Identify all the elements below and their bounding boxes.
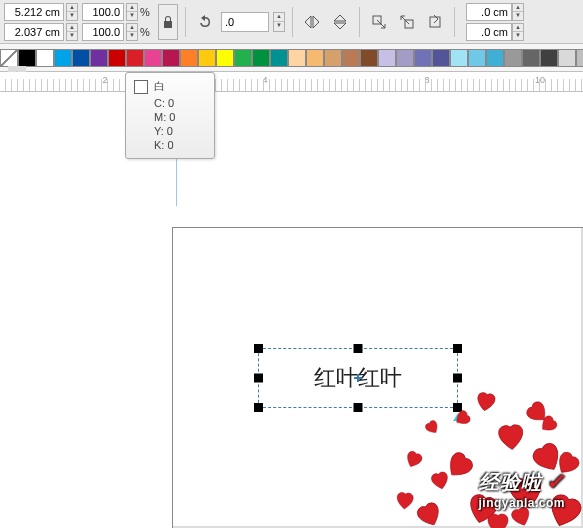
color-swatch[interactable]	[306, 49, 324, 67]
outline-y-spinner[interactable]: ▲▼	[512, 23, 524, 41]
wrap-front-button[interactable]	[367, 10, 391, 34]
outline-y-input[interactable]	[466, 23, 512, 41]
resize-handle-t[interactable]	[354, 344, 363, 353]
color-swatch[interactable]	[54, 49, 72, 67]
scale-x-input[interactable]	[82, 3, 124, 21]
mirror-vertical-button[interactable]	[328, 10, 352, 34]
resize-handle-tl[interactable]	[254, 344, 263, 353]
object-width-input[interactable]	[4, 3, 64, 21]
color-swatch[interactable]	[558, 49, 576, 67]
color-palette	[0, 44, 583, 72]
outline-x-input[interactable]	[466, 3, 512, 21]
center-marker[interactable]	[354, 374, 362, 382]
color-swatch[interactable]	[396, 49, 414, 67]
scale-y-input[interactable]	[82, 23, 124, 41]
color-swatch[interactable]	[234, 49, 252, 67]
color-swatch[interactable]	[36, 49, 54, 67]
color-swatch[interactable]	[486, 49, 504, 67]
rotate-icon	[197, 14, 213, 30]
ruler-tick: 10	[535, 75, 545, 85]
extract-button[interactable]	[423, 10, 447, 34]
lock-icon	[162, 15, 174, 29]
outline-x-spinner[interactable]: ▲▼	[512, 3, 524, 21]
height-spinner[interactable]: ▲▼	[66, 23, 78, 41]
color-swatch[interactable]	[468, 49, 486, 67]
wrap-back-button[interactable]	[395, 10, 419, 34]
color-swatch[interactable]	[180, 49, 198, 67]
ruler-tick: 8	[424, 75, 429, 85]
rotation-input[interactable]	[221, 12, 269, 32]
width-spinner[interactable]: ▲▼	[66, 3, 78, 21]
extract-icon	[427, 14, 443, 30]
color-swatch[interactable]	[162, 49, 180, 67]
cmyk-y: Y: 0	[154, 124, 206, 138]
canvas[interactable]: 红叶红叶 经验啦✓ jingyanla.com	[0, 92, 583, 528]
resize-handle-bl[interactable]	[254, 403, 263, 412]
color-swatch[interactable]	[450, 49, 468, 67]
color-swatch[interactable]	[432, 49, 450, 67]
percent-label: %	[140, 6, 152, 18]
color-swatch[interactable]	[90, 49, 108, 67]
wrap-icon	[399, 14, 415, 30]
mirror-h-icon	[304, 14, 320, 30]
rotation-spinner[interactable]: ▲▼	[273, 12, 285, 32]
color-swatch[interactable]	[0, 49, 18, 67]
scale-y-spinner[interactable]: ▲▼	[126, 23, 138, 41]
cmyk-c: C: 0	[154, 96, 206, 110]
color-swatch[interactable]	[324, 49, 342, 67]
lock-ratio-button[interactable]	[158, 4, 178, 40]
percent-label: %	[140, 26, 152, 38]
color-swatch[interactable]	[414, 49, 432, 67]
color-swatch[interactable]	[18, 49, 36, 67]
resize-handle-l[interactable]	[254, 374, 263, 383]
ruler-tick: 2	[102, 75, 107, 85]
color-swatch[interactable]	[252, 49, 270, 67]
object-height-input[interactable]	[4, 23, 64, 41]
color-swatch[interactable]	[72, 49, 90, 67]
color-swatch[interactable]	[576, 49, 583, 67]
swatch-preview	[134, 80, 148, 94]
wrap-icon	[371, 14, 387, 30]
property-bar: ▲▼ ▲▼ ▲▼ % ▲▼ % ▲▼	[0, 0, 583, 44]
color-swatch[interactable]	[144, 49, 162, 67]
mirror-v-icon	[332, 14, 348, 30]
selected-text-object[interactable]: 红叶红叶	[258, 348, 458, 408]
text-overflow-handle[interactable]	[453, 413, 463, 421]
color-swatch[interactable]	[522, 49, 540, 67]
color-swatch[interactable]	[342, 49, 360, 67]
cmyk-m: M: 0	[154, 110, 206, 124]
color-swatch[interactable]	[540, 49, 558, 67]
color-swatch[interactable]	[216, 49, 234, 67]
ruler-tick: 4	[262, 75, 267, 85]
horizontal-ruler: 24810	[0, 72, 583, 92]
scale-x-spinner[interactable]: ▲▼	[126, 3, 138, 21]
color-swatch[interactable]	[270, 49, 288, 67]
resize-handle-tr[interactable]	[453, 344, 462, 353]
resize-handle-r[interactable]	[453, 374, 462, 383]
resize-handle-br[interactable]	[453, 403, 462, 412]
mirror-horizontal-button[interactable]	[300, 10, 324, 34]
rotate-ccw-button[interactable]	[193, 10, 217, 34]
color-swatch[interactable]	[198, 49, 216, 67]
color-tooltip: 白 C: 0 M: 0 Y: 0 K: 0	[125, 72, 215, 159]
color-swatch[interactable]	[504, 49, 522, 67]
cmyk-k: K: 0	[154, 138, 206, 152]
resize-handle-b[interactable]	[354, 403, 363, 412]
color-swatch[interactable]	[108, 49, 126, 67]
color-name: 白	[154, 79, 165, 94]
color-swatch[interactable]	[288, 49, 306, 67]
color-swatch[interactable]	[360, 49, 378, 67]
color-swatch[interactable]	[378, 49, 396, 67]
color-swatch[interactable]	[126, 49, 144, 67]
